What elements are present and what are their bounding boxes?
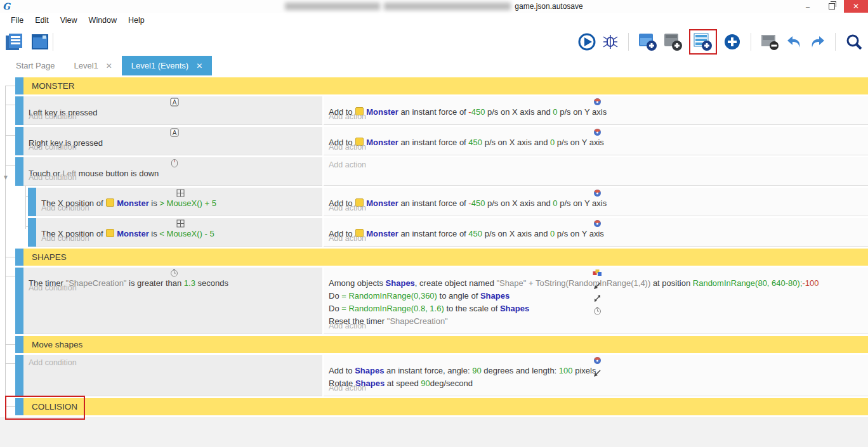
text-segment: p/s on Y axis — [558, 198, 607, 208]
text-segment: Monster — [366, 138, 398, 147]
scene-editor-icon[interactable] — [30, 33, 49, 51]
menu-item-edit[interactable]: Edit — [29, 14, 55, 27]
menu-item-help[interactable]: Help — [122, 14, 150, 27]
text-segment: Shapes — [500, 304, 529, 313]
text-segment: "ShapeCreation" — [387, 316, 448, 326]
event-select-bar[interactable] — [15, 336, 23, 353]
event-row[interactable]: The X position of Monster is > MouseX() … — [0, 188, 868, 216]
actions-cell[interactable]: Add to Shapes an instant force, angle: 9… — [324, 355, 868, 396]
text-segment: p/s on X axis and — [485, 107, 553, 117]
tree-rail — [0, 96, 15, 125]
actions-cell[interactable]: Add to Monster an instant force of 450 p… — [324, 127, 868, 155]
undo-icon[interactable] — [786, 34, 803, 49]
restore-button[interactable] — [820, 0, 844, 13]
project-manager-icon[interactable] — [5, 33, 24, 51]
menu-item-window[interactable]: Window — [83, 14, 122, 27]
conditions-cell[interactable]: Touch or Left mouse button is downAdd co… — [23, 157, 322, 186]
search-icon[interactable] — [845, 33, 863, 51]
add-action-link[interactable]: Add action — [329, 159, 868, 171]
event-select-bar[interactable] — [28, 188, 36, 216]
condition-line[interactable]: ALeft key is pressed — [29, 98, 322, 110]
condition-line[interactable]: ARight key is pressed — [29, 128, 322, 141]
text-segment: deg/second — [430, 379, 473, 388]
tab-close-icon[interactable]: ✕ — [196, 62, 202, 70]
actions-cell[interactable]: Add action — [324, 157, 868, 186]
text-segment: an instant force of — [398, 107, 469, 117]
add-external-events-icon[interactable] — [664, 32, 683, 51]
redacted-title-text — [384, 3, 511, 10]
group-header-row[interactable]: MONSTER — [0, 77, 868, 94]
menu-item-view[interactable]: View — [55, 14, 83, 27]
add-circle-icon[interactable] — [723, 33, 741, 51]
keyboard-key-icon: A — [29, 128, 322, 137]
condition-line[interactable]: Touch or Left mouse button is down — [29, 159, 322, 171]
svg-text:A: A — [172, 129, 176, 136]
group-header-row[interactable]: SHAPES — [0, 249, 868, 266]
preview-play-icon[interactable] — [578, 33, 596, 51]
conditions-cell[interactable]: The timer "ShapeCreation" is greater tha… — [23, 268, 322, 334]
actions-cell[interactable]: Add to Monster an instant force of 450 p… — [324, 218, 868, 247]
conditions-cell[interactable]: ALeft key is pressedAdd condition — [23, 96, 322, 125]
tab-level1[interactable]: Level1✕ — [64, 56, 121, 75]
text-segment: p/s on Y axis — [555, 229, 604, 238]
event-select-bar[interactable] — [15, 127, 23, 155]
text-segment: Monster — [117, 198, 149, 208]
minimize-button[interactable]: – — [796, 0, 820, 13]
action-line[interactable]: Add to Shapes an instant force, angle: 9… — [329, 356, 868, 369]
action-line[interactable]: Among objects Shapes, create object name… — [329, 269, 868, 282]
tab-level1-events-[interactable]: Level1 (Events)✕ — [122, 56, 212, 75]
action-line[interactable]: Add to Monster an instant force of 450 p… — [329, 219, 868, 232]
event-row[interactable]: The X position of Monster is < MouseX() … — [0, 218, 868, 247]
group-header-row[interactable]: COLLISION — [0, 398, 868, 415]
debug-icon[interactable] — [602, 34, 619, 50]
group-header-label: COLLISION — [23, 398, 868, 415]
collapse-arrow-icon[interactable]: ▼ — [3, 174, 9, 181]
group-header-row[interactable]: Move shapes — [0, 336, 868, 353]
event-select-bar[interactable] — [15, 355, 23, 396]
conditions-cell[interactable]: The X position of Monster is > MouseX() … — [36, 188, 322, 216]
event-row[interactable]: The timer "ShapeCreation" is greater tha… — [0, 268, 868, 334]
add-condition-link[interactable]: Add condition — [29, 110, 322, 123]
action-line[interactable]: Add to Monster an instant force of -450 … — [329, 98, 868, 110]
action-line[interactable]: Add to Monster an instant force of 450 p… — [329, 128, 868, 141]
events-sheet-empty-area — [0, 417, 868, 447]
tab-start-page[interactable]: Start Page — [6, 56, 64, 75]
close-button[interactable]: ✕ — [844, 0, 868, 13]
menu-item-file[interactable]: File — [5, 14, 29, 27]
svg-text:A: A — [172, 99, 176, 106]
conditions-cell[interactable]: Add condition — [23, 355, 322, 396]
event-select-bar[interactable] — [15, 268, 23, 334]
actions-cell[interactable]: Among objects Shapes, create object name… — [324, 268, 868, 334]
event-select-bar[interactable] — [15, 96, 23, 125]
conditions-cell[interactable]: ARight key is pressedAdd condition — [23, 127, 322, 155]
add-condition-link[interactable]: Add condition — [29, 141, 322, 153]
event-row[interactable]: ARight key is pressedAdd conditionAdd to… — [0, 127, 868, 155]
add-scene-icon[interactable] — [638, 32, 657, 51]
action-line[interactable]: Add to Monster an instant force of -450 … — [329, 189, 868, 202]
text-segment: p/s on Y axis — [558, 107, 607, 117]
condition-line[interactable]: The X position of Monster is < MouseX() … — [41, 219, 322, 232]
text-segment: Monster — [117, 229, 149, 238]
event-select-bar[interactable] — [28, 218, 36, 247]
keyboard-key-icon: A — [29, 98, 322, 107]
event-select-bar[interactable] — [15, 398, 23, 415]
add-condition-link[interactable]: Add condition — [29, 356, 322, 369]
add-event-icon[interactable] — [694, 32, 713, 51]
add-condition-link[interactable]: Add condition — [29, 171, 322, 184]
delete-event-icon[interactable] — [761, 33, 780, 51]
event-select-bar[interactable] — [15, 77, 23, 94]
event-row[interactable]: ALeft key is pressedAdd conditionAdd to … — [0, 96, 868, 125]
tab-close-icon[interactable]: ✕ — [106, 62, 112, 70]
text-segment: RandomInRange(80, 640-80); — [693, 278, 803, 288]
monster-object-icon — [106, 229, 114, 237]
condition-line[interactable]: The X position of Monster is > MouseX() … — [41, 189, 322, 202]
conditions-cell[interactable]: The X position of Monster is < MouseX() … — [36, 218, 322, 247]
event-select-bar[interactable] — [15, 157, 23, 186]
actions-cell[interactable]: Add to Monster an instant force of -450 … — [324, 96, 868, 125]
redo-icon[interactable] — [809, 34, 825, 49]
condition-line[interactable]: The timer "ShapeCreation" is greater tha… — [29, 269, 322, 282]
event-row[interactable]: Add conditionAdd to Shapes an instant fo… — [0, 355, 868, 396]
actions-cell[interactable]: Add to Monster an instant force of -450 … — [324, 188, 868, 216]
event-select-bar[interactable] — [15, 249, 23, 266]
event-row[interactable]: Touch or Left mouse button is downAdd co… — [0, 157, 868, 186]
